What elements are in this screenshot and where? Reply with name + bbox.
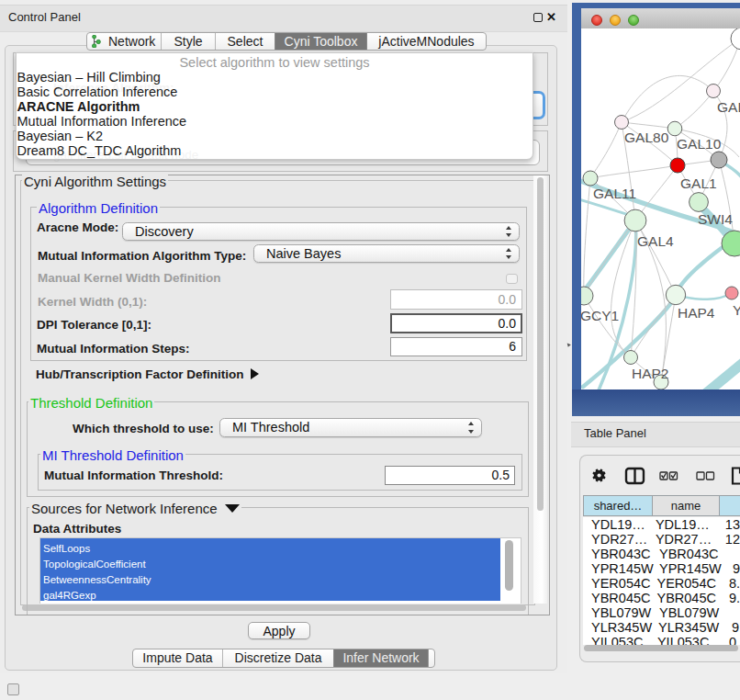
svg-text:HAP4: HAP4 — [678, 305, 715, 321]
svg-text:GAL11: GAL11 — [593, 186, 636, 201]
svg-text:GCY1: GCY1 — [581, 308, 619, 323]
svg-text:GAL1: GAL1 — [680, 175, 717, 191]
svg-text:HAP2: HAP2 — [632, 366, 669, 381]
svg-text:GAL4: GAL4 — [637, 233, 674, 249]
svg-text:Y: Y — [733, 302, 740, 318]
svg-text:SWI4: SWI4 — [698, 211, 733, 227]
svg-text:GAL7: GAL7 — [717, 99, 740, 115]
svg-text:GAL80: GAL80 — [624, 130, 669, 145]
svg-text:GAL10: GAL10 — [677, 136, 722, 152]
